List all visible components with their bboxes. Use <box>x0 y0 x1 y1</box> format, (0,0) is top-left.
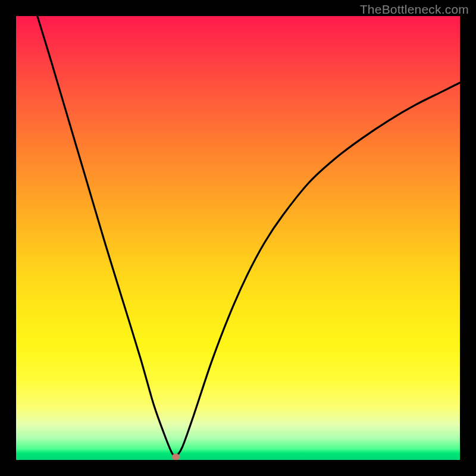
watermark-text: TheBottleneck.com <box>360 2 469 17</box>
minimum-marker <box>172 453 180 460</box>
plot-area <box>16 16 460 460</box>
curve-layer <box>16 16 460 460</box>
chart-frame: TheBottleneck.com <box>0 0 476 476</box>
bottleneck-curve <box>37 16 460 458</box>
